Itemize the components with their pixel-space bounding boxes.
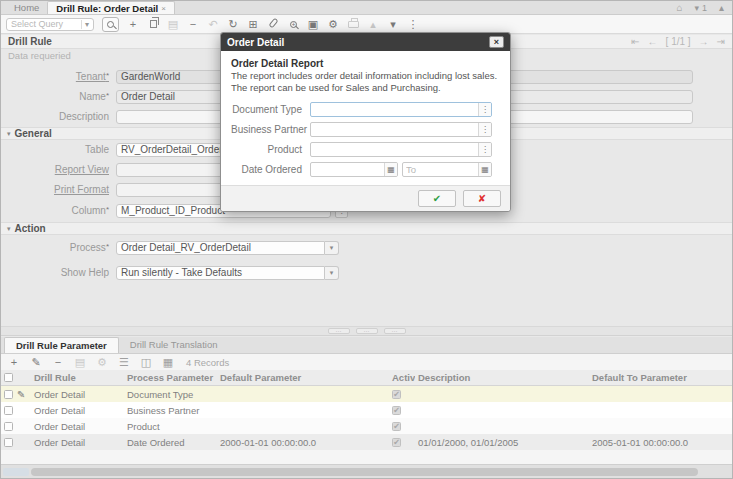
cell-description[interactable] xyxy=(415,402,589,418)
cell-drill-rule[interactable]: Order Detail xyxy=(31,434,124,450)
show-help-field[interactable]: Run silently - Take Defaults xyxy=(116,266,325,280)
detail-delete-button[interactable]: − xyxy=(52,356,64,369)
product-more-button[interactable]: ⋮ xyxy=(478,143,491,156)
document-type-input[interactable] xyxy=(311,103,478,116)
cell-description[interactable] xyxy=(415,418,589,434)
cell-description[interactable]: 01/01/2000, 01/01/2005 xyxy=(415,434,589,450)
record-indicator: [ 1/1 ] xyxy=(666,36,691,47)
cell-default-to-parameter[interactable] xyxy=(589,418,733,434)
new-record-button[interactable]: + xyxy=(127,18,139,31)
date-to-input[interactable] xyxy=(403,163,478,176)
column-view-button[interactable]: ◫ xyxy=(140,356,152,369)
select-query-combobox[interactable]: Select Query ▾ xyxy=(6,18,94,31)
splitter-handle[interactable]: ··· xyxy=(356,328,378,334)
cell-drill-rule[interactable]: Order Detail xyxy=(31,418,124,434)
header-select-all[interactable] xyxy=(1,370,31,386)
attachment-button[interactable] xyxy=(267,18,279,31)
header-active[interactable]: Active xyxy=(389,370,415,386)
edit-row-icon[interactable]: ✎ xyxy=(17,389,25,400)
more-options-button[interactable]: ⋮ xyxy=(407,18,419,31)
next-record-icon[interactable]: → xyxy=(699,36,709,47)
cell-default-to-parameter[interactable] xyxy=(589,386,733,402)
ok-button[interactable]: ✔ xyxy=(418,190,456,207)
scrollbar-thumb[interactable] xyxy=(31,468,698,476)
process-field[interactable]: Order Detail_RV_OrderDetail xyxy=(116,241,325,255)
document-type-more-button[interactable]: ⋮ xyxy=(478,103,491,116)
zoom-in-icon xyxy=(290,21,297,28)
last-record-icon[interactable]: ⇥ xyxy=(717,36,725,47)
first-record-icon[interactable]: ⇤ xyxy=(631,36,639,47)
cell-default-parameter[interactable] xyxy=(217,386,389,402)
dialog-title-bar[interactable]: Order Detail × xyxy=(221,33,510,51)
cell-process-parameter[interactable]: Document Type xyxy=(124,386,217,402)
business-partner-more-button[interactable]: ⋮ xyxy=(478,123,491,136)
cell-description[interactable] xyxy=(415,386,589,402)
print-format-label[interactable]: Print Format xyxy=(1,184,109,195)
grid-view-button[interactable]: ▦ xyxy=(162,356,174,369)
cancel-button[interactable]: ✘ xyxy=(463,190,501,207)
detail-edit-button[interactable]: ✎ xyxy=(30,356,42,369)
grid-toggle-button[interactable]: ⊞ xyxy=(247,18,259,31)
select-all-checkbox[interactable] xyxy=(4,373,13,382)
date-from-input[interactable] xyxy=(311,163,384,176)
panel-splitter[interactable]: ··· ··· ··· xyxy=(1,326,732,336)
process-dropdown-button[interactable]: ▾ xyxy=(325,241,339,255)
refresh-button[interactable]: ↻ xyxy=(227,18,239,31)
process-button[interactable]: ⚙ xyxy=(327,18,339,31)
detail-panel: Drill Rule Parameter Drill Rule Translat… xyxy=(1,337,732,464)
tab-home[interactable]: Home xyxy=(6,1,47,14)
tab-drill-rule[interactable]: Drill Rule: Order Detail× xyxy=(47,1,175,14)
header-drill-rule[interactable]: Drill Rule xyxy=(31,370,124,386)
splitter-handle[interactable]: ··· xyxy=(328,328,350,334)
delete-record-button[interactable]: − xyxy=(187,18,199,31)
row-checkbox[interactable] xyxy=(4,422,13,431)
row-select-cell[interactable] xyxy=(1,402,31,418)
section-action[interactable]: ▾ Action xyxy=(1,222,732,235)
home-icon[interactable]: ⌂ xyxy=(676,2,682,13)
business-partner-input[interactable] xyxy=(311,123,478,136)
product-input[interactable] xyxy=(311,143,478,156)
row-select-cell[interactable] xyxy=(1,418,31,434)
cell-process-parameter[interactable]: Date Ordered xyxy=(124,434,217,450)
report-button[interactable]: ▣ xyxy=(307,18,319,31)
cell-default-parameter[interactable]: 2000-01-01 00:00:00.0 xyxy=(217,434,389,450)
collapse-up-icon[interactable]: ▴ xyxy=(719,2,724,13)
splitter-handle[interactable]: ··· xyxy=(384,328,406,334)
column-label: Column xyxy=(71,205,105,216)
cell-process-parameter[interactable]: Business Partner xyxy=(124,402,217,418)
previous-record-icon[interactable]: ← xyxy=(648,36,658,47)
tab-drill-rule-parameter[interactable]: Drill Rule Parameter xyxy=(4,337,119,353)
header-description[interactable]: Description xyxy=(415,370,589,386)
cell-drill-rule[interactable]: Order Detail xyxy=(31,386,124,402)
find-record-button[interactable] xyxy=(102,17,119,32)
cell-default-to-parameter[interactable] xyxy=(589,402,733,418)
tab-drill-rule-translation[interactable]: Drill Rule Translation xyxy=(119,337,229,353)
row-checkbox[interactable] xyxy=(4,438,13,447)
horizontal-scrollbar[interactable] xyxy=(1,464,732,478)
tab-close-icon[interactable]: × xyxy=(161,4,166,13)
cell-default-to-parameter[interactable]: 2005-01-01 00:00:00.0 xyxy=(589,434,733,450)
detail-new-button[interactable]: + xyxy=(8,356,20,369)
report-view-label[interactable]: Report View xyxy=(1,164,109,175)
cell-default-parameter[interactable] xyxy=(217,418,389,434)
row-checkbox[interactable] xyxy=(4,390,13,399)
zoom-button[interactable] xyxy=(287,18,299,31)
tenant-label[interactable]: Tenant xyxy=(76,71,106,82)
workspace-switcher[interactable]: ▾1 xyxy=(694,3,707,13)
detail-record-button[interactable]: ▾ xyxy=(387,18,399,31)
cell-process-parameter[interactable]: Product xyxy=(124,418,217,434)
row-checkbox[interactable] xyxy=(4,406,13,415)
row-select-cell[interactable]: ✎ xyxy=(1,386,31,402)
header-default-parameter[interactable]: Default Parameter xyxy=(217,370,389,386)
calendar-icon[interactable]: ▦ xyxy=(478,163,491,176)
header-default-to-parameter[interactable]: Default To Parameter xyxy=(589,370,733,386)
dialog-close-button[interactable]: × xyxy=(489,36,504,48)
cell-default-parameter[interactable] xyxy=(217,402,389,418)
copy-record-button[interactable] xyxy=(147,18,159,31)
list-view-button[interactable]: ☰ xyxy=(118,356,130,369)
row-select-cell[interactable] xyxy=(1,434,31,450)
show-help-dropdown-button[interactable]: ▾ xyxy=(325,266,339,280)
calendar-icon[interactable]: ▦ xyxy=(384,163,397,176)
header-process-parameter[interactable]: Process Parameter xyxy=(124,370,217,386)
cell-drill-rule[interactable]: Order Detail xyxy=(31,402,124,418)
